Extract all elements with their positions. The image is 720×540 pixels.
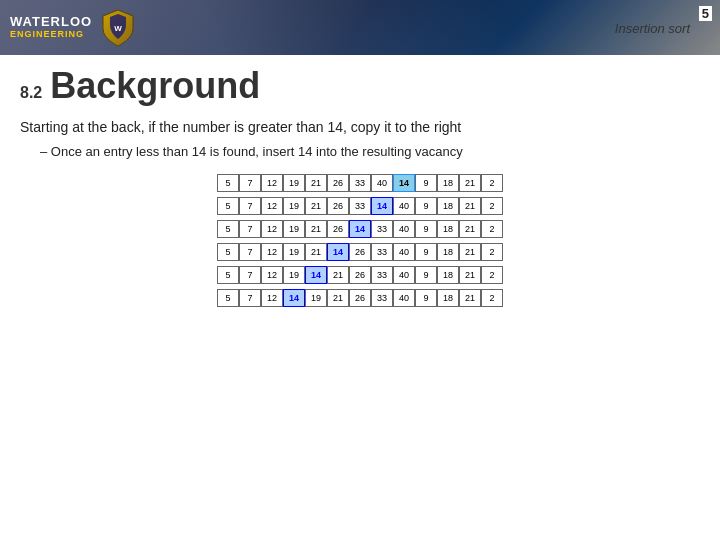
array-cell: 21 <box>305 197 327 215</box>
slide-number: 5 <box>699 6 712 21</box>
array-row: 5712141921263340918212 <box>217 289 503 307</box>
array-cell: 9 <box>415 220 437 238</box>
array-cell: 21 <box>459 174 481 192</box>
section-number: 8.2 <box>20 84 42 102</box>
bullet-text: – Once an entry less than 14 is found, i… <box>40 142 700 162</box>
array-cell: 9 <box>415 197 437 215</box>
array-cell: 18 <box>437 197 459 215</box>
array-cell: 12 <box>261 220 283 238</box>
array-row: 5712192126143340918212 <box>217 220 503 238</box>
array-row: 5712191421263340918212 <box>217 266 503 284</box>
array-cell: 18 <box>437 243 459 261</box>
array-row: 5712192126334014918212 <box>217 174 503 192</box>
array-cell: 12 <box>261 197 283 215</box>
array-cell: 18 <box>437 174 459 192</box>
shield-icon: W <box>102 9 134 47</box>
array-cell: 2 <box>481 289 503 307</box>
array-cell: 2 <box>481 197 503 215</box>
section-title: Background <box>50 65 260 107</box>
array-cell: 5 <box>217 266 239 284</box>
array-cell: 26 <box>349 266 371 284</box>
content-area: 8.2 Background Starting at the back, if … <box>0 55 720 317</box>
array-row: 5712192126331440918212 <box>217 197 503 215</box>
array-cell: 7 <box>239 289 261 307</box>
array-cell: 12 <box>261 266 283 284</box>
array-cell: 14 <box>283 289 305 307</box>
array-cell: 33 <box>371 266 393 284</box>
array-cell: 2 <box>481 266 503 284</box>
array-cell: 33 <box>349 197 371 215</box>
array-cell: 26 <box>327 197 349 215</box>
array-cell: 5 <box>217 289 239 307</box>
array-cell: 33 <box>349 174 371 192</box>
array-cell: 40 <box>393 220 415 238</box>
array-cell: 26 <box>349 289 371 307</box>
array-cell: 12 <box>261 174 283 192</box>
array-cell: 5 <box>217 174 239 192</box>
array-cell: 7 <box>239 197 261 215</box>
array-cell: 19 <box>305 289 327 307</box>
array-cell: 21 <box>305 174 327 192</box>
array-cell: 14 <box>393 174 415 192</box>
array-cell: 19 <box>283 243 305 261</box>
array-cell: 14 <box>349 220 371 238</box>
array-cell: 9 <box>415 266 437 284</box>
array-cell: 21 <box>459 243 481 261</box>
array-cell: 21 <box>459 220 481 238</box>
array-cell: 33 <box>371 289 393 307</box>
logo-engineering-text: ENGINEERING <box>10 30 92 40</box>
svg-text:W: W <box>114 24 122 33</box>
array-cell: 9 <box>415 174 437 192</box>
array-cell: 21 <box>327 289 349 307</box>
array-cell: 40 <box>393 197 415 215</box>
array-cell: 33 <box>371 220 393 238</box>
array-cell: 19 <box>283 197 305 215</box>
array-cell: 18 <box>437 289 459 307</box>
slide-title: Insertion sort <box>615 20 690 35</box>
array-cell: 21 <box>305 220 327 238</box>
arrays-container: 5712192126334014918212571219212633144091… <box>20 174 700 307</box>
array-cell: 40 <box>393 266 415 284</box>
array-cell: 21 <box>459 266 481 284</box>
array-row: 5712192114263340918212 <box>217 243 503 261</box>
array-cell: 19 <box>283 266 305 284</box>
array-cell: 19 <box>283 220 305 238</box>
array-cell: 26 <box>327 174 349 192</box>
array-cell: 9 <box>415 243 437 261</box>
logo-waterloo-text: WATERLOO <box>10 15 92 29</box>
array-cell: 9 <box>415 289 437 307</box>
array-cell: 33 <box>371 243 393 261</box>
array-cell: 14 <box>371 197 393 215</box>
array-cell: 14 <box>305 266 327 284</box>
waterloo-logo: WATERLOO ENGINEERING <box>10 15 92 39</box>
array-cell: 5 <box>217 197 239 215</box>
header-bar: WATERLOO ENGINEERING W Insertion sort 5 <box>0 0 720 55</box>
array-cell: 21 <box>305 243 327 261</box>
array-cell: 40 <box>393 289 415 307</box>
array-cell: 19 <box>283 174 305 192</box>
array-cell: 40 <box>393 243 415 261</box>
array-cell: 18 <box>437 220 459 238</box>
logo-area: WATERLOO ENGINEERING W <box>0 9 134 47</box>
array-cell: 7 <box>239 243 261 261</box>
array-cell: 5 <box>217 243 239 261</box>
body-text: Starting at the back, if the number is g… <box>20 117 700 138</box>
array-cell: 21 <box>459 289 481 307</box>
array-cell: 26 <box>349 243 371 261</box>
array-cell: 14 <box>327 243 349 261</box>
array-cell: 7 <box>239 174 261 192</box>
array-cell: 12 <box>261 243 283 261</box>
array-cell: 21 <box>327 266 349 284</box>
array-cell: 7 <box>239 220 261 238</box>
array-cell: 2 <box>481 174 503 192</box>
array-cell: 2 <box>481 243 503 261</box>
array-cell: 2 <box>481 220 503 238</box>
section-header: 8.2 Background <box>20 65 700 107</box>
array-cell: 40 <box>371 174 393 192</box>
array-cell: 7 <box>239 266 261 284</box>
array-cell: 26 <box>327 220 349 238</box>
array-cell: 18 <box>437 266 459 284</box>
array-cell: 12 <box>261 289 283 307</box>
array-cell: 21 <box>459 197 481 215</box>
array-cell: 5 <box>217 220 239 238</box>
